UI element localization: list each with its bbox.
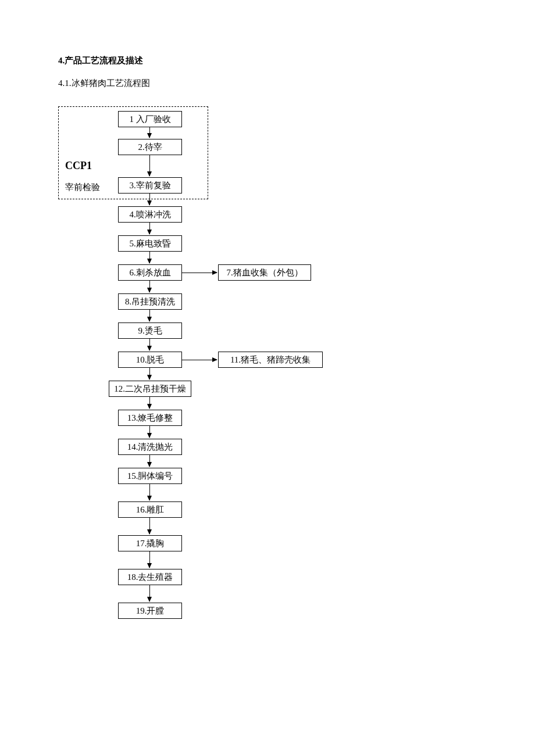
step-5: 5.麻电致昏: [118, 235, 182, 252]
arrow-16-17: [149, 518, 150, 534]
arrow-12-13: [149, 397, 150, 409]
step-4: 4.喷淋冲洗: [118, 206, 182, 223]
step-19: 19.开膛: [118, 603, 182, 619]
step-11: 11.猪毛、猪蹄壳收集: [218, 352, 323, 368]
arrow-17-18: [149, 551, 150, 568]
section-subheading: 4.1.冰鲜猪肉工艺流程图: [58, 78, 477, 89]
step-14: 14.清洗抛光: [118, 439, 182, 455]
arrow-8-9: [149, 310, 150, 321]
step-2: 2.待宰: [118, 139, 182, 155]
step-16: 16.雕肛: [118, 501, 182, 518]
arrow-9-10: [149, 339, 150, 350]
section-heading: 4.产品工艺流程及描述: [58, 55, 477, 66]
step-12: 12.二次吊挂预干燥: [109, 381, 191, 397]
arrow-6-8: [149, 281, 150, 292]
arrow-10-11: [182, 360, 217, 360]
step-9: 9.烫毛: [118, 323, 182, 339]
step-7: 7.猪血收集（外包）: [218, 264, 311, 281]
step-1: 1 入厂验收: [118, 111, 182, 127]
arrow-4-5: [149, 223, 150, 234]
step-6: 6.刺杀放血: [118, 264, 182, 281]
arrow-15-16: [149, 484, 150, 500]
step-15: 15.胴体编号: [118, 468, 182, 484]
step-8: 8.吊挂预清洗: [118, 293, 182, 310]
step-13: 13.燎毛修整: [118, 410, 182, 426]
arrow-10-12: [149, 368, 150, 379]
step-17: 17.撬胸: [118, 535, 182, 551]
flowchart: CCP1 宰前检验 1 入厂验收 2.待宰 3.宰前复验 4.喷淋冲洗 5.麻电…: [58, 106, 477, 699]
arrow-13-14: [149, 426, 150, 438]
ccp-label: CCP1: [65, 160, 92, 172]
step-10: 10.脱毛: [118, 352, 182, 368]
arrow-3-4: [149, 194, 150, 205]
step-3: 3.宰前复验: [118, 177, 182, 194]
arrow-1-2: [149, 127, 150, 138]
arrow-18-19: [149, 585, 150, 601]
ccp-sublabel: 宰前检验: [65, 182, 100, 193]
arrow-5-6: [149, 252, 150, 263]
arrow-14-15: [149, 455, 150, 467]
arrow-6-7: [182, 273, 217, 273]
arrow-2-3: [149, 155, 150, 176]
step-18: 18.去生殖器: [118, 569, 182, 585]
